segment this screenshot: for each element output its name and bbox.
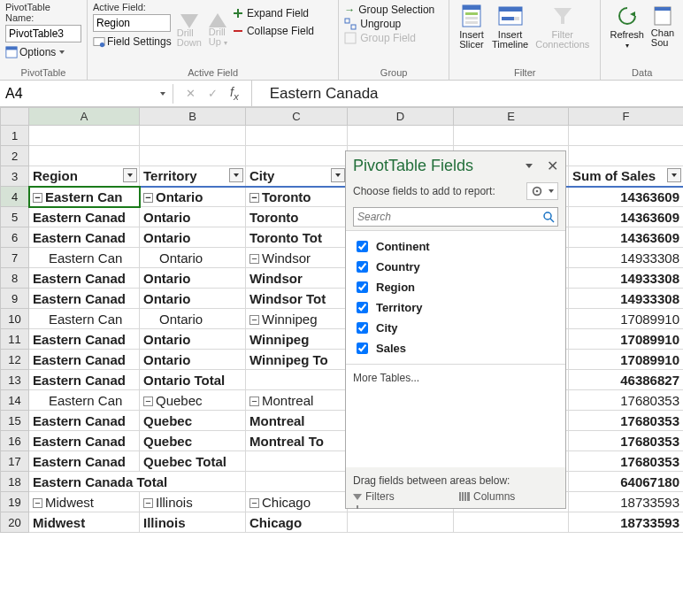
field-region[interactable]: Region bbox=[353, 277, 558, 297]
pivottable-name-input[interactable] bbox=[5, 25, 81, 42]
row-header-12[interactable]: 12 bbox=[1, 350, 29, 370]
more-tables-link[interactable]: More Tables... bbox=[346, 365, 565, 467]
collapse-icon[interactable]: − bbox=[249, 193, 259, 203]
cell[interactable]: Eastern Canad bbox=[29, 289, 140, 309]
row-header-1[interactable]: 1 bbox=[1, 126, 29, 146]
cell[interactable]: −Quebec bbox=[140, 390, 246, 411]
cell[interactable]: −Windsor bbox=[246, 248, 348, 268]
pivot-header-city[interactable]: City bbox=[246, 166, 348, 187]
row-header-17[interactable]: 17 bbox=[1, 451, 29, 472]
cell[interactable] bbox=[348, 512, 454, 533]
cell[interactable] bbox=[454, 126, 569, 146]
cell[interactable]: Ontario bbox=[140, 227, 246, 248]
cell[interactable]: Eastern Canad bbox=[29, 207, 140, 227]
collapse-icon[interactable]: − bbox=[143, 397, 153, 406]
col-header-E[interactable]: E bbox=[454, 108, 569, 126]
cell[interactable]: Quebec Total bbox=[140, 451, 246, 472]
col-header-B[interactable]: B bbox=[140, 108, 246, 126]
field-city[interactable]: City bbox=[353, 318, 558, 338]
field-country[interactable]: Country bbox=[353, 257, 558, 277]
row-header-7[interactable]: 7 bbox=[1, 248, 29, 268]
cell[interactable]: Ontario bbox=[140, 329, 246, 350]
cell[interactable]: Eastern Canad bbox=[29, 268, 140, 289]
cell[interactable]: 14363609 bbox=[569, 207, 684, 227]
filter-dropdown-sales[interactable] bbox=[667, 168, 681, 182]
row-header-9[interactable]: 9 bbox=[1, 289, 29, 309]
field-continent[interactable]: Continent bbox=[353, 236, 558, 257]
field-list[interactable]: Continent Country Region Territory City … bbox=[346, 230, 565, 365]
row-header-14[interactable]: 14 bbox=[1, 390, 29, 411]
cell[interactable] bbox=[454, 512, 569, 533]
cell[interactable]: Ontario Total bbox=[140, 370, 246, 390]
cell[interactable]: Montreal To bbox=[246, 431, 348, 451]
row-header-18[interactable]: 18 bbox=[1, 472, 29, 492]
cell[interactable]: 17680353 bbox=[569, 431, 684, 451]
cell[interactable]: Eastern Canad bbox=[29, 451, 140, 472]
cell[interactable] bbox=[140, 126, 246, 146]
cell[interactable]: Eastern Canad bbox=[29, 370, 140, 390]
cell[interactable]: Montreal bbox=[246, 411, 348, 431]
cell[interactable]: 14933308 bbox=[569, 248, 684, 268]
name-box[interactable] bbox=[0, 84, 173, 104]
filters-area[interactable]: Filters bbox=[353, 490, 452, 503]
row-header-10[interactable]: 10 bbox=[1, 309, 29, 329]
collapse-icon[interactable]: − bbox=[249, 315, 259, 325]
row-header-13[interactable]: 13 bbox=[1, 370, 29, 390]
collapse-icon[interactable]: − bbox=[249, 498, 259, 508]
cell[interactable] bbox=[29, 146, 140, 166]
filter-dropdown-region[interactable] bbox=[123, 168, 137, 182]
pivottable-options-button[interactable]: Options bbox=[5, 44, 81, 58]
cell[interactable]: 17089910 bbox=[569, 309, 684, 329]
cell[interactable]: Chicago bbox=[246, 512, 348, 533]
collapse-icon[interactable]: − bbox=[143, 193, 153, 203]
insert-timeline-button[interactable]: InsertTimeline bbox=[488, 2, 532, 50]
collapse-icon[interactable]: − bbox=[33, 193, 42, 203]
change-data-source-button[interactable]: ChanSou bbox=[648, 2, 678, 50]
col-header-D[interactable]: D bbox=[348, 108, 454, 126]
cell[interactable] bbox=[246, 451, 348, 472]
field-territory[interactable]: Territory bbox=[353, 297, 558, 318]
cell[interactable] bbox=[246, 126, 348, 146]
field-settings-button[interactable]: Field Settings bbox=[93, 34, 172, 48]
pivot-header-sales[interactable]: Sum of Sales bbox=[569, 166, 684, 187]
row-header-5[interactable]: 5 bbox=[1, 207, 29, 227]
cell[interactable]: Eastern Canad bbox=[29, 350, 140, 370]
cell[interactable] bbox=[569, 126, 684, 146]
columns-area[interactable]: Columns bbox=[459, 490, 558, 503]
cell[interactable] bbox=[246, 472, 348, 492]
cell[interactable]: Toronto bbox=[246, 207, 348, 227]
cell[interactable]: Quebec bbox=[140, 431, 246, 451]
col-header-F[interactable]: F bbox=[569, 108, 684, 126]
cell[interactable]: −Midwest bbox=[29, 492, 140, 512]
cell[interactable]: 18733593 bbox=[569, 492, 684, 512]
filter-dropdown-city[interactable] bbox=[331, 168, 345, 182]
cell[interactable]: −Toronto bbox=[246, 187, 348, 207]
col-header-A[interactable]: A bbox=[29, 108, 140, 126]
row-header-11[interactable]: 11 bbox=[1, 329, 29, 350]
refresh-button[interactable]: Refresh▾ bbox=[606, 2, 648, 50]
cell[interactable]: −Chicago bbox=[246, 492, 348, 512]
collapse-field-button[interactable]: Collapse Field bbox=[233, 25, 314, 37]
cell[interactable]: −Ontario bbox=[140, 187, 246, 207]
close-icon[interactable]: ✕ bbox=[547, 158, 558, 174]
cell[interactable]: Ontario bbox=[140, 207, 246, 227]
cell[interactable]: Illinois bbox=[140, 512, 246, 533]
cell[interactable]: −Eastern Can bbox=[29, 187, 140, 207]
cell[interactable]: Eastern Canad bbox=[29, 227, 140, 248]
cell[interactable]: 17089910 bbox=[569, 329, 684, 350]
row-header-15[interactable]: 15 bbox=[1, 411, 29, 431]
collapse-icon[interactable]: − bbox=[249, 254, 259, 264]
cell[interactable] bbox=[569, 146, 684, 166]
collapse-icon[interactable]: − bbox=[33, 498, 42, 508]
cell[interactable]: Eastern Canada Total bbox=[29, 472, 246, 492]
collapse-icon[interactable]: − bbox=[249, 397, 259, 406]
cell[interactable]: Eastern Can bbox=[29, 248, 140, 268]
pane-menu-button[interactable] bbox=[526, 164, 533, 168]
cell[interactable]: −Winnipeg bbox=[246, 309, 348, 329]
pivot-header-region[interactable]: Region bbox=[29, 166, 140, 187]
cell[interactable] bbox=[246, 370, 348, 390]
cell[interactable] bbox=[29, 126, 140, 146]
cell[interactable]: 46386827 bbox=[569, 370, 684, 390]
cell[interactable]: Toronto Tot bbox=[246, 227, 348, 248]
active-field-input[interactable] bbox=[93, 14, 171, 32]
